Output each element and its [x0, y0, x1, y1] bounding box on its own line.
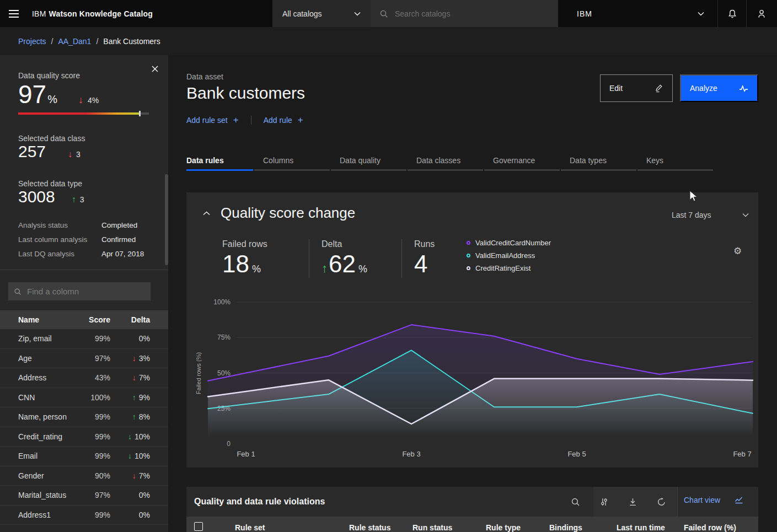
user-avatar-icon[interactable]	[747, 0, 776, 27]
range-selector[interactable]: Last 7 days	[672, 211, 749, 219]
column-header[interactable]: Rule status	[349, 523, 390, 532]
column-header[interactable]: Rule set	[235, 523, 265, 532]
analysis-meta-list: Analysis statusCompletedLast column anal…	[18, 221, 157, 264]
down-arrow-icon: ↓	[128, 432, 132, 441]
tab-data-types[interactable]: Data types	[561, 156, 636, 171]
edit-button[interactable]: Edit	[600, 74, 673, 102]
quality-score-gradient-bar	[18, 112, 149, 115]
columns-table-body: Zip, email99%0%Age97%↓3%Address43%↓7%CNN…	[0, 329, 168, 532]
catalog-selector[interactable]: All catalogs	[272, 0, 371, 27]
column-header[interactable]: Rule type	[486, 523, 521, 532]
legend-item[interactable]: ValidEmailAddress	[467, 251, 551, 260]
column-header[interactable]: Bindings	[549, 523, 582, 532]
tab-governance[interactable]: Governance	[484, 156, 560, 171]
up-arrow-icon: ↑	[72, 195, 76, 205]
brand-name: Watson Knowledge Catalog	[49, 9, 153, 18]
chevron-up-icon[interactable]	[201, 208, 212, 219]
search-input[interactable]	[394, 9, 549, 19]
close-icon[interactable]	[149, 63, 161, 75]
main-content: Data asset Bank customers Add rule set+ …	[168, 55, 777, 532]
app-window: IBM Watson Knowledge Catalog All catalog…	[0, 0, 777, 532]
stat-delta: Delta ↑62%	[309, 239, 401, 278]
tab-data-rules[interactable]: Data rules	[186, 156, 253, 171]
add-rule-set-link[interactable]: Add rule set+	[186, 115, 239, 126]
settings-adjust-icon[interactable]	[596, 494, 612, 509]
up-arrow-icon: ↑	[321, 261, 328, 276]
chevron-down-icon	[354, 12, 361, 16]
gear-icon[interactable]: ⚙	[733, 245, 742, 257]
divider	[677, 487, 678, 517]
table-row[interactable]: Address43%↓7%	[0, 368, 168, 388]
activity-icon	[739, 84, 748, 93]
table-row[interactable]: Name, person99%↑8%	[0, 407, 168, 427]
divider	[251, 116, 251, 125]
column-header[interactable]: Last run time	[617, 523, 665, 532]
quality-score-card: Quality score change Last 7 days Failed …	[186, 192, 758, 467]
top-header-bar: IBM Watson Knowledge Catalog All catalog…	[0, 0, 777, 27]
add-rule-link[interactable]: Add rule+	[264, 115, 303, 126]
tab-data-classes[interactable]: Data classes	[408, 156, 483, 171]
columns-table-header: Name Score Delta	[0, 310, 168, 329]
column-header[interactable]: Run status	[412, 523, 452, 532]
gradient-bar-marker	[139, 111, 141, 116]
plus-icon: +	[233, 115, 239, 126]
notifications-bell-icon[interactable]	[718, 0, 747, 27]
account-selector[interactable]: IBM	[558, 0, 718, 27]
page-title: Bank customers	[186, 84, 305, 103]
search-icon	[14, 288, 22, 295]
column-header[interactable]: Failed row (%)	[684, 523, 736, 532]
legend-item[interactable]: CreditRatingExist	[467, 264, 551, 272]
table-row[interactable]: Address199%0%	[0, 506, 168, 525]
table-row[interactable]: CNN100%↑9%	[0, 388, 168, 408]
meta-row: Last column analysisConfirmed	[18, 235, 157, 244]
breadcrumb-separator: /	[51, 37, 53, 46]
data-class-label: Selected data class	[18, 134, 85, 143]
tab-columns[interactable]: Columns	[254, 156, 330, 171]
tab-keys[interactable]: Keys	[637, 156, 713, 171]
svg-text:Feb 7: Feb 7	[733, 450, 751, 458]
breadcrumb-link[interactable]: Projects	[18, 37, 46, 46]
chart-legend: ValidCreditCardNumberValidEmailAddressCr…	[467, 239, 551, 277]
menu-hamburger-icon[interactable]	[0, 0, 27, 27]
table-row[interactable]: Gender90%↓7%	[0, 466, 168, 486]
svg-text:100%: 100%	[213, 298, 231, 306]
tab-data-quality[interactable]: Data quality	[331, 156, 406, 171]
download-icon[interactable]	[625, 494, 640, 509]
violations-table-header: Rule setRule statusRun statusRule typeBi…	[186, 517, 758, 532]
data-class-value: 257 ↓ 3	[18, 142, 81, 161]
table-row[interactable]: Marital_status97%0%	[0, 486, 168, 506]
search-icon	[379, 9, 388, 18]
rule-links: Add rule set+ Add rule+	[186, 115, 303, 126]
down-arrow-icon: ↓	[128, 452, 132, 460]
legend-item[interactable]: ValidCreditCardNumber	[467, 239, 551, 247]
table-row[interactable]: Email99%↓10%	[0, 447, 168, 466]
brand-prefix: IBM	[32, 9, 46, 18]
meta-row: Last DQ analysisApr 07, 2018	[18, 250, 157, 258]
violations-title: Quality and data rule violations	[194, 497, 325, 507]
chart-title: Quality score change	[221, 205, 355, 222]
meta-row: Analysis statusCompleted	[18, 221, 157, 229]
breadcrumb-link[interactable]: AA_Dan1	[58, 37, 91, 46]
svg-text:50%: 50%	[217, 369, 231, 377]
table-row[interactable]: ↑	[0, 525, 168, 532]
find-column-field	[8, 282, 151, 300]
chart-view-toggle[interactable]: Chart view	[684, 496, 743, 504]
app-brand: IBM Watson Knowledge Catalog	[27, 0, 153, 27]
pencil-icon	[655, 84, 663, 93]
table-row[interactable]: Zip, email99%0%	[0, 329, 168, 349]
up-arrow-icon: ↑	[143, 530, 147, 532]
analyze-button[interactable]: Analyze	[680, 74, 758, 102]
table-row[interactable]: Credit_rating99%↓10%	[0, 427, 168, 447]
chart-line-icon	[735, 496, 743, 504]
svg-text:75%: 75%	[217, 334, 231, 341]
legend-dot-icon	[467, 266, 470, 270]
global-search	[371, 0, 558, 27]
svg-text:Feb 3: Feb 3	[402, 450, 420, 458]
chevron-down-icon	[698, 12, 704, 16]
find-column-input[interactable]	[26, 286, 145, 297]
search-icon[interactable]	[567, 494, 583, 509]
table-row[interactable]: Age97%↓3%	[0, 349, 168, 369]
restart-icon[interactable]	[653, 494, 669, 509]
select-all-checkbox[interactable]	[194, 522, 203, 531]
breadcrumb: Projects/AA_Dan1/Bank Customers	[18, 37, 160, 46]
